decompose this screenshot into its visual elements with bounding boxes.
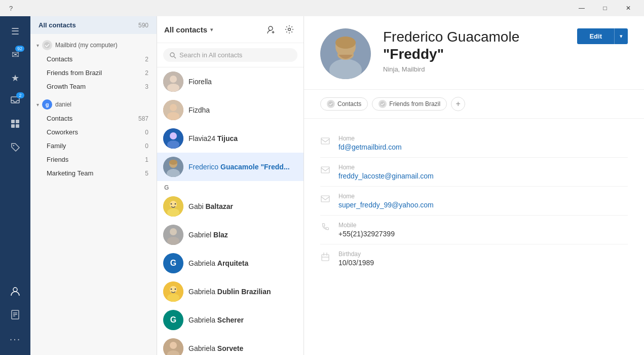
hamburger-menu-button[interactable]: ☰ xyxy=(4,20,26,43)
sidebar-item-mailbird-contacts[interactable]: Contacts 2 xyxy=(30,52,157,66)
svg-point-5 xyxy=(13,145,14,146)
close-button[interactable]: ✕ xyxy=(617,0,640,16)
contact-item-gabriela-s[interactable]: G Gabriela Scherer xyxy=(157,306,304,334)
tags-button[interactable] xyxy=(4,137,26,159)
apps-button[interactable] xyxy=(4,114,26,136)
birthday-icon xyxy=(320,252,330,262)
sidebar-item-family[interactable]: Family 0 xyxy=(30,139,157,153)
daniel-group-name: daniel xyxy=(55,101,71,108)
contact-item-fizdha[interactable]: Fizdha xyxy=(157,96,304,124)
field-value-email3[interactable]: super_freddy_99@yahoo.com xyxy=(338,201,628,209)
dropdown-arrow-icon: ▾ xyxy=(210,27,213,32)
add-contact-button[interactable] xyxy=(264,22,278,37)
avatar-gabriela-d xyxy=(163,281,183,302)
add-tag-button[interactable]: + xyxy=(451,97,465,111)
contact-list-panel: All contacts ▾ xyxy=(157,16,304,355)
contact-name-fiorella: Fiorella xyxy=(188,78,297,86)
contact-list-title-text: All contacts xyxy=(164,25,207,34)
contact-item-fiorella[interactable]: Fiorella xyxy=(157,67,304,96)
svg-point-38 xyxy=(167,237,179,245)
svg-point-53 xyxy=(380,101,385,106)
detail-tag-contacts[interactable]: Contacts xyxy=(320,97,368,111)
field-label-birthday: Birthday xyxy=(338,251,628,258)
sidebar-item-marketing[interactable]: Marketing Team 5 xyxy=(30,166,157,180)
contact-name-wrap-gabriel: Gabriel Blaz xyxy=(188,231,297,239)
contact-name-wrap-gabriela-sv: Gabriela Sorvete xyxy=(188,344,297,352)
tag-contacts-icon xyxy=(327,100,335,108)
field-value-email2[interactable]: freddy_lacoste@ginamail.com xyxy=(338,172,628,180)
svg-point-11 xyxy=(44,42,50,48)
contact-item-flavia[interactable]: Flavia24 Tijuca xyxy=(157,124,304,153)
more-button[interactable]: ··· xyxy=(4,328,26,350)
avatar-fiorella xyxy=(163,72,183,92)
contact-item-gabi[interactable]: Gabi Baltazar xyxy=(157,192,304,221)
svg-rect-57 xyxy=(322,255,329,261)
sidebar-group-mailbird: ▾ Mailbird (my computer) Contacts 2 Frie… xyxy=(30,36,157,93)
contact-item-gabriel[interactable]: Gabriel Blaz xyxy=(157,221,304,249)
contact-item-gabriela-a[interactable]: G Gabriela Arquiteta xyxy=(157,249,304,277)
svg-rect-55 xyxy=(321,167,329,173)
notes-button[interactable] xyxy=(4,304,26,327)
search-input[interactable] xyxy=(179,51,291,59)
contacts-icon xyxy=(10,286,21,299)
starred-button[interactable]: ★ xyxy=(4,67,26,89)
sidebar-item-coworkers[interactable]: Coworkers 0 xyxy=(30,125,157,139)
email-icon-2 xyxy=(320,165,330,175)
sidebar-group-daniel: ▾ g daniel Contacts 587 Coworkers 0 Fami… xyxy=(30,95,157,180)
contact-name-gabi: Gabi Baltazar xyxy=(188,202,297,210)
edit-button-wrap: Edit ▾ xyxy=(577,28,628,44)
sidebar-group-daniel-header[interactable]: ▾ g daniel xyxy=(30,95,157,112)
svg-point-20 xyxy=(167,84,179,92)
avatar-frederico xyxy=(163,157,183,177)
contact-name-gabriela-sv: Gabriela Sorvete xyxy=(188,344,297,352)
contact-name-gabriela-s: Gabriela Scherer xyxy=(188,316,297,324)
field-label-email2: Home xyxy=(338,164,628,171)
sidebar-item-friends-brazil[interactable]: Friends from Brazil 2 xyxy=(30,66,157,80)
field-content-birthday: Birthday 10/03/1989 xyxy=(338,251,628,267)
avatar-gabriela-sv xyxy=(163,338,183,355)
field-value-email1[interactable]: fd@getmailbird.com xyxy=(338,143,628,151)
help-button[interactable]: ? xyxy=(4,5,18,12)
sidebar-group-mailbird-header[interactable]: ▾ Mailbird (my computer) xyxy=(30,36,157,52)
hamburger-icon: ☰ xyxy=(11,26,19,37)
detail-tags: Contacts Friends from Brazil + xyxy=(304,90,644,119)
svg-point-19 xyxy=(170,76,177,83)
maximize-button[interactable]: □ xyxy=(593,0,617,16)
detail-field-email3: Home super_freddy_99@yahoo.com xyxy=(320,187,628,216)
inbox-button[interactable]: 2 xyxy=(4,90,26,113)
contact-item-frederico[interactable]: Frederico Guacamole "Fredd... xyxy=(157,153,304,181)
field-content-phone: Mobile +55(21)32927399 xyxy=(338,222,628,238)
all-contacts-label: All contacts xyxy=(39,21,76,29)
contacts-button[interactable] xyxy=(4,281,26,303)
sidebar-item-growth-team[interactable]: Growth Team 3 xyxy=(30,80,157,93)
app-container: ☰ ✉ 92 ★ 2 xyxy=(0,0,644,355)
icon-bar-bottom: ··· xyxy=(4,281,26,355)
edit-button[interactable]: Edit xyxy=(577,28,614,44)
sidebar-item-daniel-contacts[interactable]: Contacts 587 xyxy=(30,112,157,125)
tag-brazil-icon xyxy=(378,100,387,108)
mail-button[interactable]: ✉ 92 xyxy=(4,44,26,66)
all-contacts-item[interactable]: All contacts 590 xyxy=(30,16,157,34)
minimize-button[interactable]: — xyxy=(570,0,593,16)
detail-tag-friends-brazil[interactable]: Friends from Brazil xyxy=(372,97,447,111)
settings-button[interactable] xyxy=(282,22,296,37)
contact-name-flavia: Flavia24 Tijuca xyxy=(188,134,297,143)
detail-job-title: Ninja, Mailbird xyxy=(383,65,628,73)
field-label-email1: Home xyxy=(338,135,628,142)
contact-name-gabriela-d: Gabriela Dublin Brazilian xyxy=(188,288,297,296)
contact-item-gabriela-d[interactable]: Gabriela Dublin Brazilian xyxy=(157,277,304,306)
edit-dropdown-button[interactable]: ▾ xyxy=(614,28,628,44)
avatar-gabriel xyxy=(163,225,183,245)
contact-list-title[interactable]: All contacts ▾ xyxy=(164,25,213,34)
contact-item-gabriela-sv[interactable]: Gabriela Sorvete xyxy=(157,334,304,355)
svg-rect-4 xyxy=(16,124,19,128)
contact-name-wrap-fizdha: Fizdha xyxy=(188,106,297,114)
search-input-wrap xyxy=(163,48,297,62)
contact-name-frederico: Frederico Guacamole "Fredd... xyxy=(188,163,297,171)
detail-field-birthday: Birthday 10/03/1989 xyxy=(320,244,628,273)
svg-point-34 xyxy=(171,203,172,205)
svg-point-52 xyxy=(328,101,333,106)
contact-name-gabriela-a: Gabriela Arquiteta xyxy=(188,259,297,267)
sidebar-item-friends[interactable]: Friends 1 xyxy=(30,153,157,166)
icon-bar: ☰ ✉ 92 ★ 2 xyxy=(0,16,30,355)
